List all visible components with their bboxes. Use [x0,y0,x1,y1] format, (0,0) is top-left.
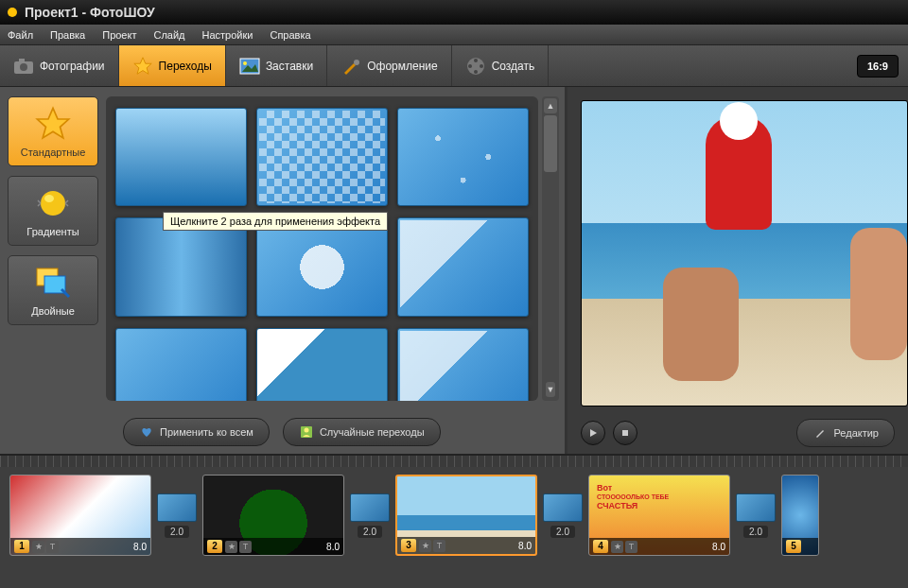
slide-number: 3 [401,539,416,552]
timeline-slide[interactable]: Вот СТОООООЛЬКО ТЕБЕ СЧАСТЬЯ 4 ★T 8.0 [588,475,730,556]
tab-photos-label: Фотографии [40,60,105,73]
slide-duration[interactable]: 8.0 [133,542,147,552]
scroll-down-icon[interactable]: ▼ [546,382,555,397]
svg-rect-21 [622,430,628,436]
reel-icon [465,56,486,77]
tab-transitions[interactable]: Переходы [119,45,226,86]
edit-slide-button[interactable]: Редактир [796,419,895,447]
tab-photos[interactable]: Фотографии [0,45,119,86]
tab-design-label: Оформление [367,60,437,73]
user-icon [299,424,314,440]
transition-thumb[interactable] [397,328,529,402]
transition-thumb[interactable] [256,328,388,402]
transition-thumb[interactable] [115,217,247,316]
category-double[interactable]: Двойные [8,255,98,325]
tab-create-label: Создать [492,60,535,73]
svg-marker-20 [590,429,597,437]
text-small-icon[interactable]: T [433,540,445,552]
random-button[interactable]: Случайные переходы [283,418,441,446]
slide4-text-l1: Вот [597,483,669,493]
slide-duration[interactable]: 8.0 [518,541,532,551]
timeline-transition[interactable]: 2.0 [157,493,197,538]
timeline-track[interactable]: 1 ★T 8.0 2.0 2 ★T 8.0 2.0 [0,467,908,563]
svg-point-5 [243,61,247,65]
stop-button[interactable] [613,421,637,445]
star-small-icon[interactable]: ★ [611,541,623,553]
menu-help[interactable]: Справка [270,29,310,41]
transition-preview-icon[interactable] [736,493,776,522]
star-small-icon[interactable]: ★ [419,540,431,552]
scrollbar-thumb[interactable] [544,115,557,172]
svg-point-10 [474,70,478,74]
transition-preview-icon[interactable] [350,493,390,522]
slide-number: 2 [207,540,222,553]
category-standard-label: Стандартные [12,147,94,158]
transition-duration[interactable]: 2.0 [743,526,768,538]
category-gradients-label: Градиенты [12,226,94,237]
transition-preview-icon[interactable] [157,493,197,522]
aspect-ratio-button[interactable]: 16:9 [857,55,899,78]
svg-point-14 [41,191,65,216]
play-button[interactable] [581,421,605,445]
menu-edit[interactable]: Правка [50,29,85,41]
star-small-icon[interactable]: ★ [32,541,44,553]
transition-thumb[interactable] [256,108,388,206]
timeline-slide[interactable]: 3 ★T 8.0 [395,475,537,556]
timeline: 1 ★T 8.0 2.0 2 ★T 8.0 2.0 [0,454,908,588]
menu-file[interactable]: Файл [8,29,33,41]
slide-duration[interactable]: 8.0 [326,542,340,552]
svg-marker-3 [133,57,150,73]
timeline-transition[interactable]: 2.0 [350,493,390,538]
slide-number: 4 [593,540,608,553]
transition-thumb[interactable] [256,217,388,316]
transition-duration[interactable]: 2.0 [550,526,575,538]
gallery-scrollbar[interactable]: ▲ ▼ [542,96,559,401]
timeline-slide[interactable]: 5 [781,475,819,556]
pencil-icon [812,425,828,441]
transition-thumb[interactable] [397,217,529,316]
main-area: Стандартные Градиенты Двойные [0,87,908,454]
svg-point-19 [304,428,308,433]
menu-slide[interactable]: Слайд [153,29,184,41]
menubar: Файл Правка Проект Слайд Настройки Справ… [0,25,908,45]
tab-transitions-label: Переходы [159,60,212,73]
scroll-up-icon[interactable]: ▲ [544,98,557,113]
camera-icon [13,56,34,77]
svg-point-7 [354,60,359,65]
svg-rect-2 [19,59,25,62]
timeline-transition[interactable]: 2.0 [543,493,583,538]
transition-thumb[interactable] [397,108,529,206]
random-label: Случайные переходы [320,426,425,438]
text-small-icon[interactable]: T [239,541,252,553]
apply-all-label: Применить ко всем [160,426,253,438]
menu-settings[interactable]: Настройки [202,29,253,41]
transition-preview-icon[interactable] [543,493,583,522]
timeline-slide[interactable]: 2 ★T 8.0 [202,475,344,556]
timeline-slide[interactable]: 1 ★T 8.0 [9,475,151,556]
category-gradients[interactable]: Градиенты [8,176,98,246]
slide4-text-l3: СЧАСТЬЯ [597,501,669,511]
slide-number: 1 [14,540,29,553]
brush-icon [340,56,361,77]
menu-project[interactable]: Проект [102,29,136,41]
tab-intros[interactable]: Заставки [226,45,327,86]
preview-panel: Редактир [568,87,908,454]
preview-image[interactable] [581,100,908,406]
text-small-icon[interactable]: T [46,541,59,553]
text-small-icon[interactable]: T [625,541,637,553]
preview-controls: Редактир [568,412,908,454]
star-small-icon[interactable]: ★ [225,541,237,553]
transition-thumb[interactable] [115,108,247,206]
apply-all-button[interactable]: Применить ко всем [123,418,270,446]
slide-number: 5 [786,540,801,553]
titlebar: Проект1 - ФотоШОУ [0,0,908,25]
tab-design[interactable]: Оформление [327,45,451,86]
transition-thumb[interactable] [115,328,247,402]
category-standard[interactable]: Стандартные [8,96,98,166]
transition-duration[interactable]: 2.0 [165,526,189,538]
transition-duration[interactable]: 2.0 [358,526,382,538]
svg-point-12 [480,64,483,68]
slide-duration[interactable]: 8.0 [712,542,725,552]
tab-create[interactable]: Создать [452,45,550,86]
timeline-transition[interactable]: 2.0 [736,493,776,538]
